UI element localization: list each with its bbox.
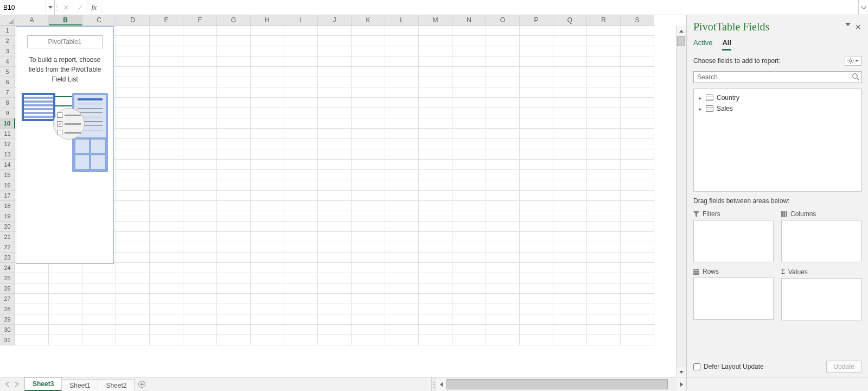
cell[interactable] bbox=[486, 253, 520, 263]
cell[interactable] bbox=[82, 325, 116, 335]
cell[interactable] bbox=[587, 98, 621, 108]
cell[interactable] bbox=[419, 211, 452, 222]
cell[interactable] bbox=[419, 222, 452, 232]
row-header[interactable]: 3 bbox=[0, 46, 15, 56]
cell[interactable] bbox=[183, 273, 217, 283]
column-header[interactable]: A bbox=[15, 15, 49, 26]
cell[interactable] bbox=[486, 273, 520, 283]
cell[interactable] bbox=[419, 191, 452, 201]
cell[interactable] bbox=[587, 108, 621, 118]
cell[interactable] bbox=[183, 325, 217, 335]
cell[interactable] bbox=[49, 335, 82, 345]
cell[interactable] bbox=[520, 222, 553, 232]
cell[interactable] bbox=[520, 304, 553, 314]
cell[interactable] bbox=[419, 139, 452, 149]
cell[interactable] bbox=[183, 26, 217, 36]
cell[interactable] bbox=[587, 26, 621, 36]
cell[interactable] bbox=[486, 26, 520, 36]
cell[interactable] bbox=[251, 98, 284, 108]
cell[interactable] bbox=[49, 294, 82, 304]
cell[interactable] bbox=[217, 211, 251, 222]
cell[interactable] bbox=[486, 335, 520, 345]
cell[interactable] bbox=[150, 263, 183, 273]
row-header[interactable]: 12 bbox=[0, 139, 15, 149]
cell[interactable] bbox=[183, 242, 217, 253]
cell[interactable] bbox=[520, 253, 553, 263]
cell[interactable] bbox=[217, 263, 251, 273]
cell[interactable] bbox=[183, 129, 217, 139]
pivottable-placeholder[interactable]: PivotTable1 To build a report, choose fi… bbox=[16, 26, 114, 264]
expand-icon[interactable]: ▸ bbox=[697, 95, 703, 101]
cell[interactable] bbox=[452, 222, 486, 232]
cell[interactable] bbox=[284, 160, 318, 170]
cell[interactable] bbox=[284, 170, 318, 180]
cell[interactable] bbox=[352, 129, 385, 139]
cell[interactable] bbox=[385, 263, 419, 273]
cell[interactable] bbox=[587, 335, 621, 345]
cell[interactable] bbox=[385, 170, 419, 180]
cell[interactable] bbox=[621, 180, 654, 191]
cell[interactable] bbox=[419, 149, 452, 160]
cell[interactable] bbox=[217, 36, 251, 46]
cell[interactable] bbox=[553, 242, 587, 253]
cell[interactable] bbox=[520, 242, 553, 253]
cell[interactable] bbox=[217, 56, 251, 67]
field-list[interactable]: ▸Country▸Sales bbox=[693, 89, 861, 192]
cell[interactable] bbox=[452, 77, 486, 87]
cell[interactable] bbox=[419, 325, 452, 335]
cell[interactable] bbox=[116, 129, 150, 139]
cell[interactable] bbox=[486, 118, 520, 129]
cell[interactable] bbox=[486, 211, 520, 222]
cell[interactable] bbox=[486, 46, 520, 56]
cell[interactable] bbox=[150, 108, 183, 118]
cell[interactable] bbox=[587, 149, 621, 160]
cell[interactable] bbox=[150, 160, 183, 170]
cell[interactable] bbox=[183, 335, 217, 345]
cell[interactable] bbox=[217, 191, 251, 201]
row-header[interactable]: 20 bbox=[0, 222, 15, 232]
cell[interactable] bbox=[587, 201, 621, 211]
cell[interactable] bbox=[284, 232, 318, 242]
row-header[interactable]: 6 bbox=[0, 77, 15, 87]
expand-icon[interactable]: ▸ bbox=[697, 106, 703, 112]
sheet-nav-prev-icon[interactable] bbox=[12, 382, 21, 387]
cell[interactable] bbox=[251, 304, 284, 314]
cell[interactable] bbox=[217, 170, 251, 180]
cell[interactable] bbox=[352, 108, 385, 118]
cell[interactable] bbox=[520, 56, 553, 67]
cell[interactable] bbox=[352, 87, 385, 98]
cell[interactable] bbox=[116, 87, 150, 98]
cell[interactable] bbox=[352, 67, 385, 77]
update-button[interactable]: Update bbox=[826, 361, 861, 373]
cell[interactable] bbox=[352, 36, 385, 46]
cell[interactable] bbox=[352, 46, 385, 56]
cell[interactable] bbox=[553, 36, 587, 46]
row-header[interactable]: 10 bbox=[0, 118, 15, 129]
cell[interactable] bbox=[587, 118, 621, 129]
vertical-scroll-thumb[interactable] bbox=[677, 36, 685, 46]
cell[interactable] bbox=[452, 232, 486, 242]
row-header[interactable]: 21 bbox=[0, 232, 15, 242]
column-header[interactable]: E bbox=[150, 15, 183, 26]
cell[interactable] bbox=[217, 46, 251, 56]
cell[interactable] bbox=[284, 201, 318, 211]
column-header[interactable]: D bbox=[116, 15, 150, 26]
cell[interactable] bbox=[82, 273, 116, 283]
column-header[interactable]: Q bbox=[553, 15, 587, 26]
cell[interactable] bbox=[251, 325, 284, 335]
cell[interactable] bbox=[419, 314, 452, 325]
cell[interactable] bbox=[621, 108, 654, 118]
cell[interactable] bbox=[318, 263, 352, 273]
defer-layout-checkbox[interactable] bbox=[693, 363, 700, 370]
row-header[interactable]: 22 bbox=[0, 242, 15, 253]
cell[interactable] bbox=[352, 170, 385, 180]
cell[interactable] bbox=[385, 283, 419, 294]
cell[interactable] bbox=[587, 253, 621, 263]
column-header[interactable]: L bbox=[385, 15, 419, 26]
expand-formula-bar-button[interactable] bbox=[858, 0, 868, 15]
cell[interactable] bbox=[452, 180, 486, 191]
cell[interactable] bbox=[452, 201, 486, 211]
cell[interactable] bbox=[621, 201, 654, 211]
cell[interactable] bbox=[251, 118, 284, 129]
cell[interactable] bbox=[116, 242, 150, 253]
